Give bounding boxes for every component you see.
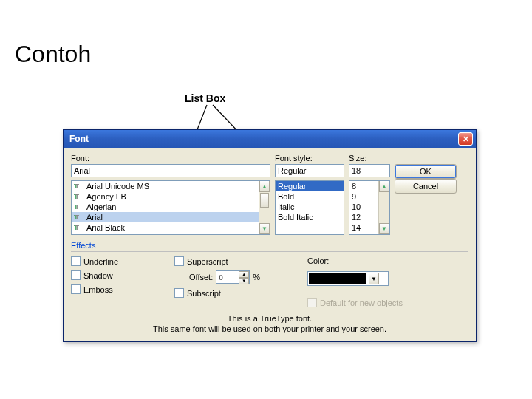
list-item[interactable]: Arial Unicode MS <box>72 181 270 191</box>
annotation-label: List Box <box>185 92 225 104</box>
superscript-checkbox[interactable]: Superscript <box>174 256 307 266</box>
offset-input[interactable] <box>216 271 239 283</box>
default-new-objects-checkbox: Default for new objects <box>307 298 468 307</box>
scroll-up-icon[interactable]: ▲ <box>259 181 270 192</box>
close-button[interactable]: ✕ <box>458 132 473 146</box>
color-label: Color: <box>307 256 468 265</box>
shadow-checkbox[interactable]: Shadow <box>71 270 174 280</box>
scrollbar[interactable]: ▲ ▼ <box>378 181 389 234</box>
truetype-icon <box>74 224 84 231</box>
size-label: Size: <box>349 154 390 163</box>
list-item[interactable]: Regular <box>276 181 344 191</box>
titlebar[interactable]: Font ✕ <box>64 130 476 148</box>
scrollbar[interactable]: ▲ ▼ <box>259 181 270 234</box>
list-item[interactable]: Agency FB <box>72 191 270 202</box>
list-item[interactable]: Algerian <box>72 202 270 212</box>
color-dropdown[interactable]: ▼ <box>307 271 389 286</box>
offset-spinner[interactable]: ▲▼ <box>216 270 250 284</box>
list-item[interactable]: Arial Black <box>72 222 270 233</box>
style-input[interactable] <box>275 164 344 177</box>
footer-text: This is a TrueType font. This same font … <box>71 313 468 334</box>
spin-down-icon[interactable]: ▼ <box>239 278 249 284</box>
chevron-down-icon[interactable]: ▼ <box>369 273 379 284</box>
style-listbox[interactable]: Regular Bold Italic Bold Italic <box>275 180 344 235</box>
list-item[interactable]: Bold Italic <box>276 212 344 222</box>
list-item[interactable]: Bold <box>276 191 344 202</box>
dialog-title: Font <box>69 134 458 144</box>
underline-checkbox[interactable]: Underline <box>71 256 174 266</box>
cancel-button[interactable]: Cancel <box>395 179 457 194</box>
scroll-down-icon[interactable]: ▼ <box>259 223 270 234</box>
list-item[interactable]: Arial <box>72 212 270 222</box>
truetype-icon <box>74 214 84 221</box>
scroll-up-icon[interactable]: ▲ <box>379 181 389 192</box>
size-listbox[interactable]: 8 9 10 12 14 ▲ ▼ <box>349 180 390 235</box>
effects-group-label: Effects <box>71 241 95 250</box>
offset-label: Offset: <box>189 273 213 282</box>
subscript-checkbox[interactable]: Subscript <box>174 288 307 298</box>
color-swatch <box>309 273 366 284</box>
truetype-icon <box>74 193 84 200</box>
spin-up-icon[interactable]: ▲ <box>239 271 249 278</box>
emboss-checkbox[interactable]: Emboss <box>71 284 174 294</box>
ok-button[interactable]: OK <box>395 164 457 179</box>
percent-label: % <box>253 273 260 282</box>
close-icon: ✕ <box>463 134 469 144</box>
slide-title: Contoh <box>15 41 91 68</box>
scroll-thumb[interactable] <box>260 193 269 208</box>
font-input[interactable] <box>71 164 270 177</box>
style-label: Font style: <box>275 154 344 163</box>
font-label: Font: <box>71 154 270 163</box>
size-input[interactable] <box>349 164 390 177</box>
font-listbox[interactable]: Arial Unicode MS Agency FB Algerian Aria… <box>71 180 270 235</box>
scroll-down-icon[interactable]: ▼ <box>379 223 389 234</box>
truetype-icon <box>74 183 84 190</box>
truetype-icon <box>74 203 84 211</box>
list-item[interactable]: Italic <box>276 202 344 212</box>
font-dialog: Font ✕ Font: Font style: Size: OK Arial … <box>63 129 477 342</box>
